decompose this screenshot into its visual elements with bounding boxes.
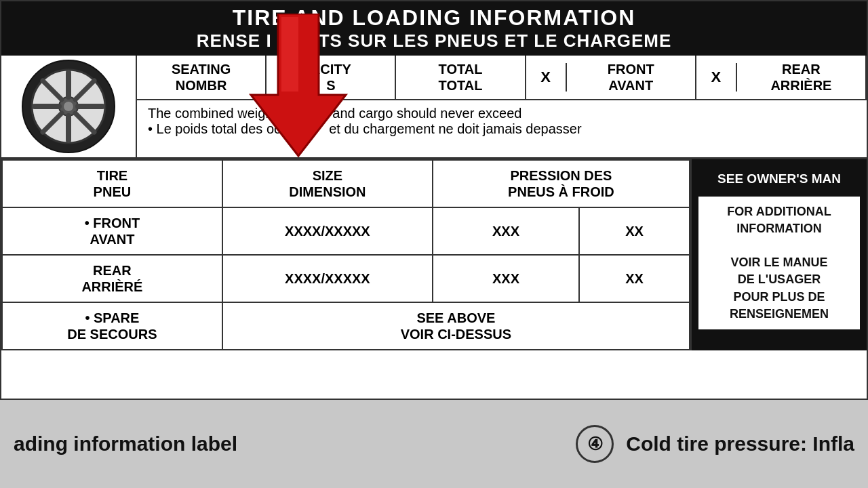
caption-right-text: Cold tire pressure: Infla: [626, 432, 854, 455]
rear-tire-size: XXXX/XXXXX: [222, 255, 433, 302]
tire-table-header-row: TIREPNEU SIZEDIMENSION PRESSION DESPNEUS…: [2, 160, 690, 207]
rear-tire-pres2: XX: [579, 255, 690, 302]
x1-header: X: [526, 63, 567, 92]
caption-right: ④ Cold tire pressure: Infla: [576, 425, 854, 463]
front-tire-pres2: XX: [579, 207, 690, 255]
info-row: SEATINGNOMBR ACITYS TOTALTOTAL X FRONTAV…: [1, 56, 867, 159]
for-additional-block: FOR ADDITIONALINFORMATION VOIR LE MANUED…: [698, 197, 860, 329]
seating-header: SEATINGNOMBR: [137, 56, 267, 99]
col-headers: SEATINGNOMBR ACITYS TOTALTOTAL X FRONTAV…: [137, 56, 867, 157]
tire-col-header: TIREPNEU: [2, 160, 222, 207]
pressure-col-header: PRESSION DESPNEUS À FROID: [433, 160, 690, 207]
total-header: TOTALTOTAL: [396, 56, 526, 99]
front-tire-pres1: XXX: [433, 207, 579, 255]
weight-line1: The combined weight of nts and cargo sho…: [148, 106, 856, 121]
tire-table-container: TIREPNEU SIZEDIMENSION PRESSION DESPNEUS…: [1, 159, 867, 350]
col-header-row: SEATINGNOMBR ACITYS TOTALTOTAL X FRONTAV…: [137, 56, 867, 100]
caption-area: ading information label ④ Cold tire pres…: [0, 400, 868, 488]
caption-circle: ④: [576, 425, 614, 463]
size-col-header: SIZEDIMENSION: [222, 160, 433, 207]
wheel-cell: [1, 56, 137, 157]
see-owner-panel: SEE OWNER'S MAN FOR ADDITIONALINFORMATIO…: [690, 159, 867, 350]
svg-point-3: [64, 102, 73, 111]
wheel-icon: [21, 59, 116, 154]
spare-tire-label: • SPAREDE SECOURS: [2, 302, 222, 350]
rear-tire-pres1: XXX: [433, 255, 579, 302]
combined-weight: The combined weight of nts and cargo sho…: [137, 100, 867, 142]
see-owner-line1: SEE OWNER'S MAN: [698, 170, 860, 188]
table-row: • SPAREDE SECOURS SEE ABOVEVOIR CI-DESSU…: [2, 302, 690, 350]
tire-table: TIREPNEU SIZEDIMENSION PRESSION DESPNEUS…: [1, 159, 690, 350]
header-line2: RENSE I MENTS SUR LES PNEUS ET LE CHARGE…: [1, 30, 867, 52]
rear-header: REARARRIÈRE: [737, 56, 867, 99]
label-area: TIRE AND LOADING INFORMATION RENSE I MEN…: [0, 0, 868, 400]
weight-line2: • Le poids total des occupan et du charg…: [148, 121, 856, 137]
screen: TIRE AND LOADING INFORMATION RENSE I MEN…: [0, 0, 868, 488]
header-bar: TIRE AND LOADING INFORMATION RENSE I MEN…: [1, 1, 867, 56]
front-tire-size: XXXX/XXXXX: [222, 207, 433, 255]
capacity-header: ACITYS: [267, 56, 396, 99]
table-row: REARARRIÈRÉ XXXX/XXXXX XXX XX: [2, 255, 690, 302]
table-row: • FRONTAVANT XXXX/XXXXX XXX XX: [2, 207, 690, 255]
front-tire-label: • FRONTAVANT: [2, 207, 222, 255]
header-line1: TIRE AND LOADING INFORMATION: [1, 5, 867, 30]
spare-see-above: SEE ABOVEVOIR CI-DESSUS: [222, 302, 690, 350]
caption-left-text: ading information label: [14, 432, 576, 455]
rear-tire-label: REARARRIÈRÉ: [2, 255, 222, 302]
front-header: FRONTAVANT: [567, 56, 696, 99]
x2-header: X: [696, 63, 737, 92]
